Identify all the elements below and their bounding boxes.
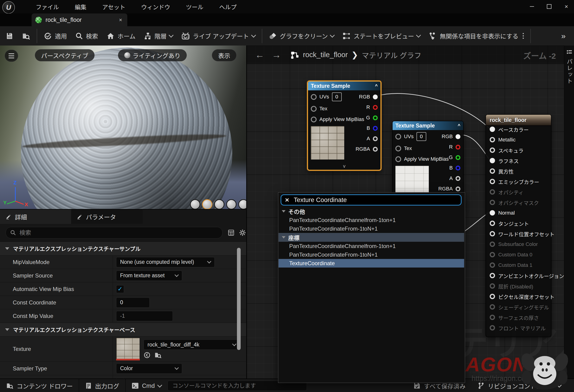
uvs-value-box[interactable]: 0 [332,92,342,101]
const-coordinate-input[interactable]: 0 [116,297,150,308]
nav-forward-button[interactable]: → [268,50,285,60]
auto-view-mip-bias-checkbox[interactable]: ✓ [116,285,124,293]
pin-rgb-out[interactable]: RGB [359,93,378,101]
const-mip-value-input[interactable]: -1 [116,311,173,321]
minimize-button[interactable] [527,2,537,11]
apply-button[interactable]: 適用 [40,26,71,45]
pin-a-out[interactable]: A [449,174,460,182]
more-options-icon[interactable] [523,33,524,39]
browse-to-asset-button[interactable] [18,26,34,45]
material-pin-world-position-offset[interactable]: ワールド位置オフセット [490,229,548,239]
pin-uvs[interactable]: UVs 0 [311,93,342,101]
preview-viewport[interactable]: パースペクティブ ライティングあり 表示 Z Y X [0,45,246,209]
menu-file[interactable]: ファイル [28,0,67,14]
unreal-logo-icon[interactable]: U [2,1,15,14]
tab-parameters[interactable]: パラメータ [71,210,143,224]
details-search-box[interactable] [6,227,223,238]
material-pin-base-color[interactable]: ベースカラー [490,124,548,135]
browse-to-asset-icon[interactable] [154,352,162,359]
node-texture-sample-1[interactable]: Texture Sample ^ UVs 0 Tex Apply View Mi… [307,80,381,171]
pin-tex[interactable]: Tex [311,104,327,113]
content-drawer-button[interactable]: コンテンツ ドロワー [0,379,79,392]
pin-g-out[interactable]: G [449,153,460,162]
pin-r-out[interactable]: R [449,143,460,151]
tab-details[interactable]: 詳細 × [0,210,81,224]
texture-asset-thumbnail[interactable] [116,338,140,360]
lit-mode-button[interactable]: ライティングあり [118,49,187,61]
material-pin-ambient-occlusion[interactable]: アンビエントオクルージョン [490,270,548,281]
cmd-dropdown[interactable]: Cmd [126,379,167,392]
clean-graph-button[interactable]: グラフをクリーン [265,26,338,45]
section-texture-base[interactable]: マテリアルエクスプレッションテクスチャーベース [0,323,246,336]
pin-rgba-out[interactable]: RGBA [438,185,460,193]
list-item[interactable]: PanTextureCoordinateFrom-1toN+1 [279,224,464,233]
maximize-button[interactable] [544,2,554,11]
breadcrumb-asset[interactable]: rock_tile_floor [303,51,348,59]
pin-uvs[interactable]: UVs 0 [395,132,426,141]
group-coordinates[interactable]: 座標 [279,233,464,242]
use-selected-asset-icon[interactable] [144,352,150,359]
pin-a-out[interactable]: A [367,135,378,143]
pin-apply-view-mipbias[interactable]: Apply View MipBias [395,155,449,163]
details-search-input[interactable] [19,229,218,236]
display-filter-icon[interactable] [228,229,235,236]
material-pin-pixel-depth-offset[interactable]: ピクセル深度オフセット [490,291,548,302]
menu-edit[interactable]: 編集 [67,0,94,14]
console-command-input[interactable] [172,382,303,389]
list-item[interactable]: PanTextureCoordinateChannelfrom-1ton+1 [279,242,464,250]
group-other[interactable]: その他 [279,207,464,216]
shape-plane-button[interactable] [214,199,225,209]
material-pin-metallic[interactable]: Metallic [490,135,548,145]
live-update-button[interactable]: ライブ アップデート [177,26,259,45]
preview-state-button[interactable]: ステートをプレビュー [338,26,424,45]
sampler-source-dropdown[interactable]: From texture asset [116,271,182,281]
pin-b-out[interactable]: B [367,124,378,132]
toolbar-overflow-button[interactable]: » [557,26,570,45]
show-button[interactable]: 表示 [212,49,236,61]
node-material-output[interactable]: rock_tile_floor ベースカラー Metallic スペキュラ ラフ… [486,114,552,337]
material-pin-normal[interactable]: Normal [490,208,548,218]
perspective-button[interactable]: パースペクティブ [35,49,95,61]
material-pin-tangent[interactable]: タンジェント [490,218,548,229]
list-item-selected[interactable]: TextureCoordinate [279,259,464,268]
uvs-value-box[interactable]: 0 [416,132,426,141]
menu-asset[interactable]: アセット [94,0,133,14]
details-scrollbar[interactable] [237,248,241,350]
hide-unrelated-button[interactable]: 無関係な項目を非表示にする [424,26,528,45]
shape-cube-button[interactable] [226,199,236,209]
material-pin-specular[interactable]: スペキュラ [490,145,548,155]
close-button[interactable]: × [561,2,572,11]
material-pin-roughness[interactable]: ラフネス [490,155,548,166]
expand-icon[interactable]: v [308,163,381,169]
collapse-icon[interactable]: ^ [458,123,460,128]
list-item[interactable]: PanTextureCoordinateFrom-1toN+1 [279,250,464,259]
mip-value-mode-dropdown[interactable]: None (use computed mip level) [116,257,215,267]
menu-tools[interactable]: ツール [178,0,211,14]
sampler-type-dropdown[interactable]: Color [116,363,182,374]
pin-rgba-out[interactable]: RGBA [356,145,378,153]
menu-window[interactable]: ウィンドウ [133,0,178,14]
shape-sphere-button[interactable] [202,199,212,209]
texture-asset-dropdown[interactable]: rock_tile_floor_diff_4k [144,339,240,350]
pin-r-out[interactable]: R [366,103,378,112]
popup-search-field[interactable]: × [281,194,462,206]
clear-search-icon[interactable]: × [285,196,289,204]
search-button[interactable]: 検索 [71,26,102,45]
tab-close-icon[interactable]: × [119,17,122,23]
menu-help[interactable]: ヘルプ [211,0,245,14]
section-texture-sample[interactable]: マテリアルエクスプレッションテクスチャーサンプル [0,241,246,255]
material-pin-emissive[interactable]: エミッシブカラー [490,176,548,187]
nav-back-button[interactable]: ← [251,50,268,60]
output-log-button[interactable]: 出力ログ [79,379,126,392]
pin-tex[interactable]: Tex [395,144,412,153]
popup-search-input[interactable] [293,196,457,204]
pin-apply-view-mipbias[interactable]: Apply View MipBias [311,115,364,123]
home-button[interactable]: ホーム [102,26,140,45]
hierarchy-button[interactable]: 階層 [140,26,177,45]
shape-cylinder-button[interactable] [190,199,200,209]
node-header[interactable]: Texture Sample ^ [308,81,381,90]
save-button[interactable] [0,26,18,45]
material-pin-anisotropy[interactable]: 異方性 [490,166,548,176]
list-item[interactable]: PanTextureCoordinateChannelfrom-1ton+1 [279,216,464,224]
collapse-icon[interactable]: ^ [375,83,378,89]
